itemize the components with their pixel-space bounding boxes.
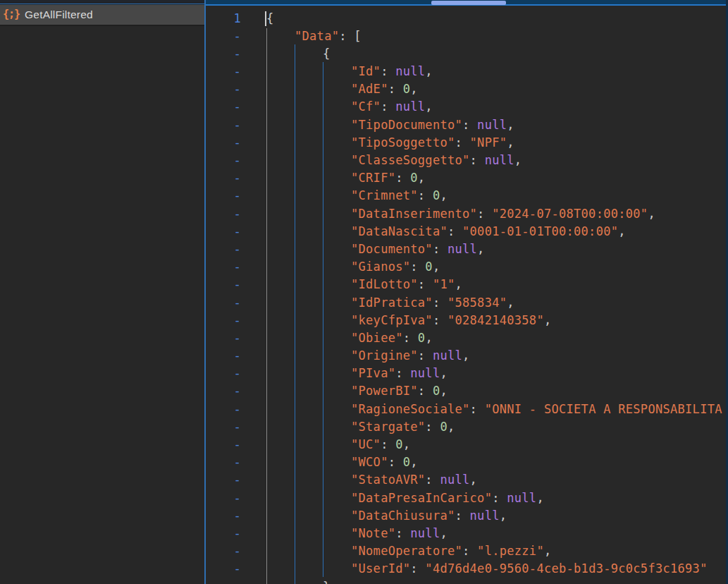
code-line[interactable]: -{ — [206, 45, 728, 63]
code-text: "PowerBI": 0, — [266, 382, 448, 400]
token-punct: { — [266, 11, 274, 25]
code-text: "Cf": null, — [266, 98, 433, 116]
token-punct: : — [403, 331, 418, 345]
token-punct: , — [470, 473, 478, 487]
code-line[interactable]: -"Documento": null, — [206, 241, 728, 258]
token-key: "DataChiusura" — [351, 509, 455, 523]
code-line[interactable]: -"ClasseSoggetto": null, — [206, 152, 728, 169]
gutter-line-number: - — [206, 578, 266, 584]
token-punct: : — [470, 153, 485, 167]
json-editor: 1{-"Data": [-{-"Id": null,-"AdE": 0,-"Cf… — [206, 0, 728, 584]
code-line[interactable]: -"UserId": "4d76d4e0-9560-4ceb-b1d3-9c0c… — [206, 560, 728, 578]
code-line[interactable]: -"RagioneSociale": "ONNI - SOCIETA A RES… — [206, 401, 728, 418]
token-str: "l.pezzi" — [477, 544, 544, 558]
code-line[interactable]: -"PIva": null, — [206, 365, 728, 382]
token-punct: , — [440, 526, 448, 540]
token-key: "Gianos" — [351, 260, 410, 274]
code-line[interactable]: -"Data": [ — [206, 28, 728, 45]
code-line[interactable]: -"Id": null, — [206, 63, 728, 80]
code-line[interactable]: -"DataPresaInCarico": null, — [206, 489, 728, 507]
code-line[interactable]: -"TipoDocumento": null, — [206, 116, 728, 134]
panel-resize-sash[interactable] — [204, 0, 206, 584]
code-line[interactable]: -"NomeOperatore": "l.pezzi", — [206, 542, 728, 560]
code-text: "NomeOperatore": "l.pezzi", — [266, 542, 551, 560]
token-key: "Obiee" — [351, 331, 403, 345]
gutter-line-number: - — [206, 454, 266, 471]
code-line[interactable]: -"WCO": 0, — [206, 454, 728, 471]
code-line[interactable]: -"IdPratica": "585834", — [206, 294, 728, 312]
token-key: "Origine" — [351, 348, 418, 363]
code-line[interactable]: -"Stargate": 0, — [206, 418, 728, 436]
token-punct: : — [455, 509, 470, 523]
code-text: "Origine": null, — [266, 347, 470, 365]
code-text: "DataNascita": "0001-01-01T00:00:00", — [266, 223, 626, 241]
code-line[interactable]: -"DataInserimento": "2024-07-08T00:00:00… — [206, 205, 728, 223]
token-punct: : — [381, 99, 395, 114]
code-line[interactable]: -"Obiee": 0, — [206, 329, 728, 347]
token-kw: null — [507, 491, 536, 505]
code-line[interactable]: -"Cf": null, — [206, 98, 728, 116]
code-line[interactable]: -"PowerBI": 0, — [206, 382, 728, 400]
code-line[interactable]: -"IdLotto": "1", — [206, 276, 728, 293]
token-str: "0001-01-01T00:00:00" — [462, 224, 618, 238]
code-text: "Crimnet": 0, — [266, 187, 448, 205]
token-punct: , — [514, 153, 522, 167]
token-num: 0 — [403, 455, 411, 469]
code-line[interactable]: -"AdE": 0, — [206, 80, 728, 98]
token-punct: , — [462, 348, 470, 363]
gutter-line-number: - — [206, 223, 266, 241]
token-key: "PowerBI" — [351, 384, 418, 398]
code-line[interactable]: -"CRIF": 0, — [206, 169, 728, 187]
code-line[interactable]: -"UC": 0, — [206, 436, 728, 454]
token-str: "2024-07-08T00:00:00" — [492, 207, 648, 221]
token-key: "UserId" — [351, 561, 410, 576]
code-line[interactable]: 1{ — [206, 10, 728, 28]
token-key: "keyCfpIva" — [351, 313, 433, 327]
code-line[interactable]: -"Gianos": 0, — [206, 258, 728, 276]
token-punct: } — [323, 580, 331, 584]
tab-getallfiltered[interactable]: {;} GetAllFiltered — [0, 5, 204, 25]
code-area[interactable]: 1{-"Data": [-{-"Id": null,-"AdE": 0,-"Cf… — [206, 6, 728, 584]
code-text: "Data": [ — [266, 28, 362, 45]
code-text: "Note": null, — [266, 525, 448, 542]
token-str: "4d76d4e0-9560-4ceb-b1d3-9c0c5f3c1693" — [425, 561, 707, 576]
token-punct: : — [381, 64, 395, 78]
gutter-line-number: - — [206, 276, 266, 293]
code-line[interactable]: -"DataNascita": "0001-01-01T00:00:00", — [206, 223, 728, 241]
text-cursor — [265, 11, 266, 26]
json-icon: {;} — [3, 8, 20, 20]
token-punct: : — [395, 171, 410, 185]
token-punct: : — [433, 313, 448, 327]
horizontal-scrollbar-thumb[interactable] — [431, 1, 506, 5]
token-punct: : — [448, 224, 462, 238]
token-punct: , — [440, 188, 448, 202]
gutter-line-number: - — [206, 347, 266, 365]
code-line[interactable]: -"StatoAVR": null, — [206, 471, 728, 489]
gutter-line-number: - — [206, 294, 266, 312]
token-key: "Cf" — [351, 99, 381, 114]
token-kw: null — [433, 348, 462, 363]
token-punct: , — [403, 437, 411, 451]
token-punct: , — [448, 420, 455, 434]
token-punct: : — [388, 82, 403, 96]
token-punct: , — [544, 544, 552, 558]
code-line[interactable]: -"Origine": null, — [206, 347, 728, 365]
code-line[interactable]: -"keyCfpIva": "02842140358", — [206, 312, 728, 329]
code-line[interactable]: -"Crimnet": 0, — [206, 187, 728, 205]
explorer-panel: {;} GetAllFiltered — [0, 0, 204, 584]
gutter-line-number: - — [206, 28, 266, 45]
token-punct: : — [410, 561, 425, 576]
code-line[interactable]: -"DataChiusura": null, — [206, 507, 728, 525]
code-line[interactable]: -"Note": null, — [206, 525, 728, 542]
token-punct: , — [425, 331, 433, 345]
token-str: "NPF" — [470, 135, 507, 150]
gutter-line-number: - — [206, 329, 266, 347]
token-num: 0 — [418, 331, 426, 345]
code-line[interactable]: -} — [206, 578, 728, 584]
token-punct: : — [395, 526, 410, 540]
token-punct: , — [410, 455, 418, 469]
token-punct: , — [425, 99, 433, 114]
code-line[interactable]: -"TipoSoggetto": "NPF", — [206, 134, 728, 152]
code-text: "Id": null, — [266, 63, 433, 80]
token-punct: : — [462, 118, 477, 132]
